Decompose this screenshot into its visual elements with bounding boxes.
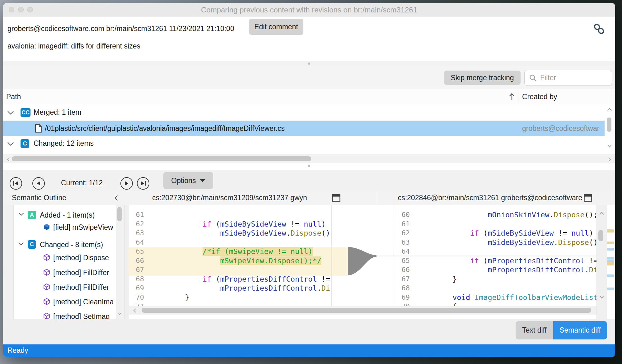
current-diff-label: Current: 1/12 bbox=[61, 179, 123, 187]
diff-mark-blue[interactable] bbox=[607, 257, 614, 260]
skip-merge-tracking-button[interactable]: Skip merge tracking bbox=[444, 71, 521, 85]
maximize-pane-icon[interactable] bbox=[332, 194, 340, 202]
outline-item-label: [method] FillDiffer bbox=[53, 269, 109, 277]
diff-mark-tan[interactable] bbox=[607, 262, 614, 265]
right-code-viewport[interactable]: 60 mOnionSkinView.Dispose();6162 if (mSi… bbox=[394, 210, 596, 306]
line-number: 68 bbox=[129, 275, 144, 283]
chevron-down-icon[interactable] bbox=[7, 141, 14, 146]
line-number: 63 bbox=[129, 229, 144, 237]
scroll-up-icon[interactable] bbox=[599, 211, 604, 215]
line-number: 63 bbox=[394, 238, 410, 246]
scroll-up-icon[interactable] bbox=[607, 108, 612, 111]
code-text: void ImageDiffToolbarViewModeList bbox=[417, 293, 596, 302]
chevron-down-icon[interactable] bbox=[18, 242, 24, 246]
scroll-left-icon[interactable] bbox=[6, 157, 10, 162]
desktop: Comparing previous content with revision… bbox=[0, 0, 622, 364]
code-text: mPropertiesDiffControl.Di bbox=[150, 284, 330, 293]
diff-mark-tan[interactable] bbox=[607, 229, 614, 233]
copy-link-icon[interactable] bbox=[593, 23, 605, 35]
code-text: if (mPropertiesDiffControl != bbox=[150, 275, 330, 283]
tree-group-changed[interactable]: C Changed: 12 items bbox=[3, 136, 605, 152]
outline-item-row[interactable]: [method] FillDiffer bbox=[14, 266, 116, 279]
code-line: 70 { bbox=[394, 302, 596, 306]
tree-column-header: Path Created by bbox=[3, 89, 615, 105]
outline-group-row[interactable]: CChanged - 8 item(s) bbox=[14, 238, 116, 251]
edit-comment-button[interactable]: Edit comment bbox=[249, 19, 303, 35]
line-number: 60 bbox=[394, 211, 410, 219]
code-text: { bbox=[417, 302, 457, 306]
left-code-viewport[interactable]: 6162 if (mSideBySideView != null)63 mSid… bbox=[129, 210, 331, 306]
splitter-grip-icon[interactable] bbox=[308, 165, 310, 167]
code-vscrollbar bbox=[596, 205, 607, 319]
code-line: 67 } bbox=[394, 274, 596, 284]
tree-group-merged[interactable]: CC Merged: 1 item bbox=[3, 105, 605, 121]
code-text: mSideBySideView.Dispose() bbox=[417, 238, 596, 247]
text-diff-button[interactable]: Text diff bbox=[516, 321, 553, 339]
outline-item-row[interactable]: [field] mSwipeView bbox=[14, 221, 116, 233]
options-button[interactable]: Options bbox=[163, 172, 213, 189]
outline-vscrollbar-thumb[interactable] bbox=[117, 207, 122, 221]
chevron-down-icon[interactable] bbox=[18, 212, 24, 216]
maximize-pane-icon[interactable] bbox=[584, 194, 592, 202]
first-diff-button[interactable] bbox=[10, 177, 22, 190]
splitter-horizontal[interactable] bbox=[3, 61, 615, 66]
diff-mark-blue[interactable] bbox=[607, 248, 614, 251]
diff-mark-tan[interactable] bbox=[607, 242, 614, 244]
method-icon bbox=[43, 269, 50, 276]
code-line: 62 if (mSideBySideView != null) bbox=[129, 219, 331, 229]
scroll-down-icon[interactable] bbox=[599, 295, 604, 299]
column-created-by[interactable]: Created by bbox=[522, 93, 557, 101]
column-path[interactable]: Path bbox=[6, 93, 21, 101]
outline-group-label: Changed - 8 item(s) bbox=[40, 241, 103, 249]
line-number: 65 bbox=[394, 257, 410, 265]
outline-group-badge: C bbox=[28, 240, 36, 249]
semantic-diff-button[interactable]: Semantic diff bbox=[553, 321, 607, 339]
last-diff-button[interactable] bbox=[137, 177, 149, 190]
diff-mark-blue[interactable] bbox=[607, 260, 614, 262]
diff-mark-blue[interactable] bbox=[607, 288, 614, 290]
filter-box bbox=[524, 70, 612, 86]
code-line: 62 if (mSideBySideView != null) bbox=[394, 228, 596, 238]
filter-input[interactable] bbox=[540, 72, 608, 83]
scroll-left-icon[interactable] bbox=[133, 308, 137, 313]
code-text: mPropertiesDiffControl.Di bbox=[417, 265, 596, 274]
changeset-meta: groberts@codicesoftware.com br:/main/scm… bbox=[7, 25, 234, 33]
collapse-outline-icon[interactable] bbox=[114, 195, 118, 201]
code-hscrollbar bbox=[129, 306, 607, 315]
tree-vscrollbar-thumb[interactable] bbox=[607, 117, 611, 132]
previous-diff-button[interactable] bbox=[32, 177, 45, 190]
tree-hscrollbar-thumb[interactable] bbox=[12, 156, 311, 161]
window-title: Comparing previous content with revision… bbox=[3, 6, 615, 14]
right-revision-header: cs:202846@br:/main/scm31261 groberts@cod… bbox=[397, 194, 583, 202]
outline-item-row[interactable]: [method] FillDiffer bbox=[14, 281, 116, 293]
line-number: 69 bbox=[129, 284, 144, 292]
code-line: 61 bbox=[394, 219, 596, 229]
method-icon bbox=[43, 283, 50, 290]
outline-item-label: [method] FillDiffer bbox=[53, 283, 109, 292]
code-hscrollbar-thumb[interactable] bbox=[142, 308, 591, 313]
outline-item-row[interactable]: [method] Dispose bbox=[14, 251, 116, 264]
app-window: Comparing previous content with revision… bbox=[3, 3, 615, 357]
next-diff-button[interactable] bbox=[120, 177, 133, 190]
column-divider[interactable] bbox=[518, 91, 518, 103]
diff-overview-ruler[interactable] bbox=[607, 205, 615, 319]
scroll-down-icon[interactable] bbox=[607, 144, 612, 148]
outline-group-row[interactable]: AAdded - 1 item(s) bbox=[14, 209, 116, 221]
scroll-down-icon[interactable] bbox=[118, 312, 122, 316]
code-line: 63 mSideBySideView.Dispose() bbox=[129, 228, 331, 238]
code-vscrollbar-thumb[interactable] bbox=[598, 230, 603, 241]
tree-row-file[interactable]: /01plastic/src/client/guiplastic/avaloni… bbox=[3, 121, 605, 136]
code-line: 63 mSideBySideView.Dispose() bbox=[394, 238, 596, 247]
semantic-outline-list[interactable]: AAdded - 1 item(s)[field] mSwipeViewCCha… bbox=[13, 205, 116, 319]
code-text: mSideBySideView.Dispose() bbox=[150, 229, 330, 237]
code-line: 65 /*if (mSwipeView != null) bbox=[129, 247, 331, 256]
outline-item-row[interactable]: [method] CleanIma bbox=[14, 296, 116, 308]
code-line: 70 } bbox=[129, 293, 331, 302]
chevron-down-icon[interactable] bbox=[7, 110, 14, 115]
field-icon bbox=[43, 223, 50, 230]
scroll-right-icon[interactable] bbox=[608, 157, 612, 162]
search-icon bbox=[529, 74, 537, 82]
left-revision-header: cs:202730@br:/main/scm31209/scm31237 gwy… bbox=[129, 194, 331, 202]
diff-mark-blue[interactable] bbox=[607, 274, 614, 277]
outline-item-row[interactable]: [method] SetImag bbox=[14, 310, 116, 319]
